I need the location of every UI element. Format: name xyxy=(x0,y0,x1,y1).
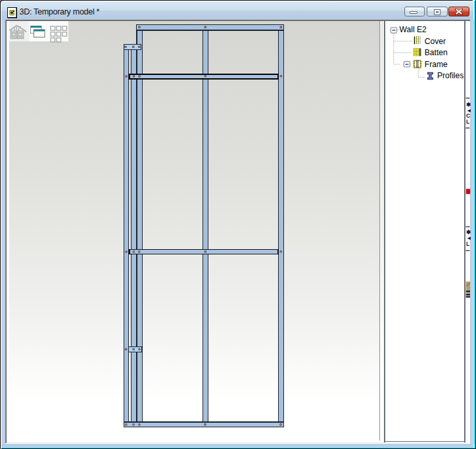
svg-text:L: L xyxy=(466,118,469,125)
svg-text:Frame: Frame xyxy=(424,59,447,68)
svg-text:Wall E2: Wall E2 xyxy=(399,25,426,34)
svg-text:Profiles: Profiles xyxy=(437,71,464,80)
svg-text:Cover: Cover xyxy=(424,36,445,45)
svg-text:L: L xyxy=(466,241,469,247)
svg-text:Batten: Batten xyxy=(424,48,447,57)
